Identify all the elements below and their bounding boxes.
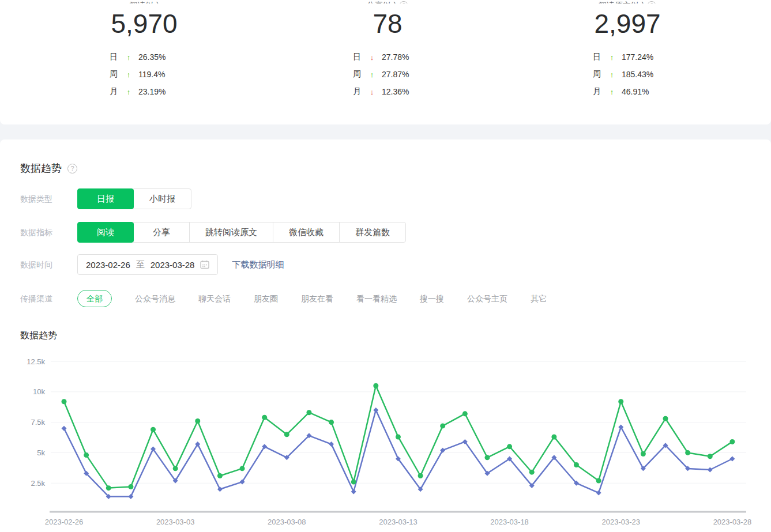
stat-label: 日	[352, 52, 362, 62]
summary-title: 阅读原文(次)	[599, 1, 644, 3]
stat-row-week: 周 ↑ 27.87%	[295, 66, 480, 83]
stat-value: 23.19%	[138, 87, 180, 96]
trend-chart[interactable]: 2.5k5k7.5k10k12.5k2023-02-262023-03-0320…	[0, 346, 771, 531]
tab-hourly-report[interactable]: 小时报	[133, 188, 191, 209]
trends-panel: 数据趋势 ? 数据类型 日报 小时报 数据指标 阅读 分享 跳转阅读原文 微信收…	[0, 139, 771, 532]
summary-value: 5,970	[52, 8, 236, 39]
stat-label: 月	[108, 86, 119, 97]
stat-label: 周	[108, 69, 119, 80]
up-arrow-icon: ↑	[119, 88, 138, 96]
stat-row-month: 月 ↓ 12.36%	[295, 83, 480, 100]
svg-text:2023-03-08: 2023-03-08	[268, 518, 306, 526]
chart-title: 数据趋势	[20, 330, 57, 342]
svg-text:2023-03-18: 2023-03-18	[490, 518, 529, 526]
channel-top-stories[interactable]: 看一看精选	[356, 290, 397, 307]
summary-col-reads: 阅读(次) 5,970 日 ↑ 26.35% 周 ↑ 119.4% 月 ↑ 23…	[52, 0, 236, 100]
stat-row-month: 月 ↑ 46.91%	[535, 83, 720, 100]
summary-value: 78	[295, 8, 480, 39]
up-arrow-icon: ↑	[362, 70, 382, 79]
summary-title-clip: 分享(次) ?	[295, 0, 480, 3]
date-range-picker[interactable]: 2023-02-26 至 2023-03-28	[77, 254, 218, 275]
stat-value: 119.4%	[138, 70, 180, 79]
up-arrow-icon: ↑	[602, 88, 622, 96]
calendar-icon	[200, 260, 209, 269]
down-arrow-icon: ↓	[362, 88, 382, 96]
svg-text:2023-02-26: 2023-02-26	[45, 518, 84, 526]
svg-text:2.5k: 2.5k	[31, 479, 45, 488]
tab-wechat-favorite[interactable]: 微信收藏	[273, 222, 340, 243]
stat-label: 日	[592, 52, 602, 62]
download-data-link[interactable]: 下载数据明细	[232, 254, 284, 275]
tab-read[interactable]: 阅读	[77, 222, 134, 243]
stat-label: 日	[108, 52, 119, 62]
help-icon[interactable]: ?	[399, 1, 408, 3]
stat-value: 46.91%	[622, 87, 663, 96]
stat-value: 12.36%	[382, 87, 423, 96]
stat-row-day: 日 ↓ 27.78%	[295, 48, 480, 66]
channel-account-homepage[interactable]: 公众号主页	[467, 290, 507, 307]
down-arrow-icon: ↓	[362, 53, 382, 62]
channel-all[interactable]: 全部	[77, 290, 112, 307]
help-icon[interactable]: ?	[67, 164, 77, 173]
section-title: 数据趋势	[20, 161, 62, 175]
svg-text:2023-03-03: 2023-03-03	[156, 518, 195, 526]
summary-value: 2,997	[535, 8, 720, 39]
tab-share[interactable]: 分享	[133, 222, 190, 243]
date-start: 2023-02-26	[86, 260, 130, 270]
summary-title: 分享(次)	[367, 1, 396, 3]
stat-label: 月	[592, 86, 602, 97]
stat-value: 177.24%	[622, 52, 663, 62]
stat-row-day: 日 ↑ 177.24%	[535, 48, 720, 66]
filter-row-channel: 传播渠道 全部 公众号消息 聊天会话 朋友圈 朋友在看 看一看精选 搜一搜 公众…	[20, 290, 765, 307]
channel-friends-reading[interactable]: 朋友在看	[301, 290, 333, 307]
summary-col-origin-reads: 阅读原文(次) ? 2,997 日 ↑ 177.24% 周 ↑ 185.43% …	[535, 0, 720, 100]
channel-list: 全部 公众号消息 聊天会话 朋友圈 朋友在看 看一看精选 搜一搜 公众号主页 其…	[77, 290, 547, 307]
date-end: 2023-03-28	[151, 260, 195, 270]
tab-jump-original[interactable]: 跳转阅读原文	[189, 222, 273, 243]
stat-row-week: 周 ↑ 185.43%	[535, 66, 720, 83]
svg-text:2023-03-13: 2023-03-13	[379, 518, 418, 526]
tab-mass-send-count[interactable]: 群发篇数	[339, 222, 406, 243]
tab-daily-report[interactable]: 日报	[77, 188, 134, 209]
channel-moments[interactable]: 朋友圈	[254, 290, 278, 307]
up-arrow-icon: ↑	[119, 53, 138, 62]
stat-value: 185.43%	[622, 70, 663, 79]
channel-chat-session[interactable]: 聊天会话	[198, 290, 231, 307]
summary-title-clip: 阅读原文(次) ?	[535, 0, 720, 3]
filter-row-metric: 数据指标 阅读 分享 跳转阅读原文 微信收藏 群发篇数	[20, 222, 765, 243]
up-arrow-icon: ↑	[602, 53, 622, 62]
filter-row-data-type: 数据类型 日报 小时报	[20, 188, 765, 209]
svg-text:5k: 5k	[37, 448, 45, 457]
stat-value: 26.35%	[138, 52, 180, 62]
filter-row-time: 数据时间 2023-02-26 至 2023-03-28 下载数据明细	[20, 254, 765, 275]
filter-label: 数据指标	[20, 222, 77, 243]
data-type-button-group: 日报 小时报	[77, 188, 191, 209]
summary-title: 阅读(次)	[129, 1, 159, 3]
channel-other[interactable]: 其它	[531, 290, 547, 307]
filter-label: 传播渠道	[20, 290, 77, 307]
stat-value: 27.78%	[382, 52, 423, 62]
svg-text:7.5k: 7.5k	[31, 418, 45, 427]
summary-title-clip: 阅读(次)	[52, 0, 236, 3]
stat-row-week: 周 ↑ 119.4%	[52, 66, 236, 83]
stat-row-day: 日 ↑ 26.35%	[52, 48, 236, 66]
section-header: 数据趋势 ?	[20, 161, 77, 175]
filter-label: 数据类型	[20, 188, 77, 209]
svg-text:2023-03-28: 2023-03-28	[713, 518, 752, 526]
svg-text:10k: 10k	[33, 387, 45, 396]
summary-card-panel: 阅读(次) 5,970 日 ↑ 26.35% 周 ↑ 119.4% 月 ↑ 23…	[0, 0, 771, 124]
filter-label: 数据时间	[20, 254, 77, 275]
svg-text:12.5k: 12.5k	[27, 357, 45, 366]
stat-label: 周	[592, 69, 602, 80]
channel-official-account-message[interactable]: 公众号消息	[135, 290, 175, 307]
stat-label: 周	[352, 69, 362, 80]
help-icon[interactable]: ?	[647, 1, 656, 3]
date-separator: 至	[136, 259, 145, 270]
summary-col-shares: 分享(次) ? 78 日 ↓ 27.78% 周 ↑ 27.87% 月 ↓ 12.…	[295, 0, 480, 100]
channel-search[interactable]: 搜一搜	[420, 290, 444, 307]
trend-chart-svg: 2.5k5k7.5k10k12.5k2023-02-262023-03-0320…	[0, 346, 771, 531]
stat-value: 27.87%	[382, 70, 423, 79]
metric-button-group: 阅读 分享 跳转阅读原文 微信收藏 群发篇数	[77, 222, 406, 243]
up-arrow-icon: ↑	[602, 70, 622, 79]
svg-text:2023-03-23: 2023-03-23	[602, 518, 641, 526]
